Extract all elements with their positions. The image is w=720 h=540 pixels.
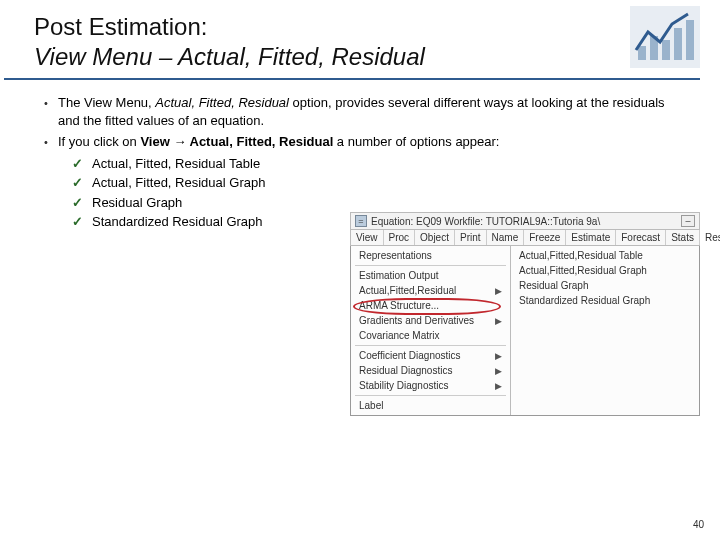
bullet-1-text: The View Menu, Actual, Fitted, Residual …	[58, 94, 680, 129]
view-menu-left: RepresentationsEstimation OutputActual,F…	[351, 246, 511, 415]
toolbar-print[interactable]: Print	[455, 230, 487, 245]
bullet-1-pre: The View Menu,	[58, 95, 155, 110]
checkmark-icon: ✓	[72, 194, 92, 212]
menu-item-label: Covariance Matrix	[359, 330, 440, 341]
check-item: ✓Actual, Fitted, Residual Graph	[72, 174, 680, 192]
menu-item[interactable]: Gradients and Derivatives▶	[351, 313, 510, 328]
menu-item-label: Stability Diagnostics	[359, 380, 448, 391]
menu-separator	[355, 345, 506, 346]
menu-item[interactable]: Covariance Matrix	[351, 328, 510, 343]
title-block: Post Estimation: View Menu – Actual, Fit…	[4, 0, 700, 80]
toolbar-resids[interactable]: Resids	[700, 230, 720, 245]
submenu-arrow-icon: ▶	[495, 351, 502, 361]
submenu-arrow-icon: ▶	[495, 381, 502, 391]
window-title-text: Equation: EQ09 Workfile: TUTORIAL9A::Tut…	[371, 216, 600, 227]
check-label: Standardized Residual Graph	[92, 213, 263, 231]
view-menu-right: Actual,Fitted,Residual TableActual,Fitte…	[511, 246, 699, 415]
check-label: Residual Graph	[92, 194, 182, 212]
svg-rect-1	[638, 46, 646, 60]
check-item: ✓Actual, Fitted, Residual Table	[72, 155, 680, 173]
menu-item-label: ARMA Structure...	[359, 300, 439, 311]
toolbar-freeze[interactable]: Freeze	[524, 230, 566, 245]
menu-item-label: Residual Diagnostics	[359, 365, 452, 376]
menu-item[interactable]: Estimation Output	[351, 268, 510, 283]
menu-item[interactable]: Label	[351, 398, 510, 413]
submenu-arrow-icon: ▶	[495, 316, 502, 326]
menu-item-label: Gradients and Derivatives	[359, 315, 474, 326]
submenu-arrow-icon: ▶	[495, 286, 502, 296]
bullet-2-pre: If you click on	[58, 134, 140, 149]
checkmark-icon: ✓	[72, 213, 92, 231]
menu-item-label: Representations	[359, 250, 432, 261]
bullet-2-text: If you click on View → Actual, Fitted, R…	[58, 133, 499, 151]
menu-item-label: Label	[359, 400, 383, 411]
menu-body: RepresentationsEstimation OutputActual,F…	[350, 246, 700, 416]
page-number: 40	[693, 519, 704, 530]
minimize-icon: –	[681, 215, 695, 227]
menu-separator	[355, 395, 506, 396]
submenu-item[interactable]: Actual,Fitted,Residual Table	[511, 248, 699, 263]
bullet-2-post: a number of options appear:	[333, 134, 499, 149]
window-titlebar: = Equation: EQ09 Workfile: TUTORIAL9A::T…	[350, 212, 700, 230]
chart-logo-icon	[630, 6, 700, 68]
bullet-1-em: Actual, Fitted, Residual	[155, 95, 289, 110]
svg-rect-5	[686, 20, 694, 60]
bullet-dot-icon: •	[44, 133, 58, 151]
menu-separator	[355, 265, 506, 266]
title-line2: View Menu – Actual, Fitted, Residual	[34, 43, 425, 70]
menu-item-label: Actual,Fitted,Residual	[359, 285, 456, 296]
checkmark-icon: ✓	[72, 155, 92, 173]
menu-item-label: Coefficient Diagnostics	[359, 350, 461, 361]
bullet-dot-icon: •	[44, 94, 58, 129]
menu-item[interactable]: ARMA Structure...	[351, 298, 510, 313]
submenu-item[interactable]: Standardized Residual Graph	[511, 293, 699, 308]
submenu-item[interactable]: Actual,Fitted,Residual Graph	[511, 263, 699, 278]
toolbar-view[interactable]: View	[351, 230, 384, 245]
toolbar-forecast[interactable]: Forecast	[616, 230, 666, 245]
toolbar-name[interactable]: Name	[487, 230, 525, 245]
slide-title: Post Estimation: View Menu – Actual, Fit…	[34, 12, 680, 72]
bullet-1: • The View Menu, Actual, Fitted, Residua…	[44, 94, 680, 129]
toolbar-proc[interactable]: Proc	[384, 230, 416, 245]
content-area: • The View Menu, Actual, Fitted, Residua…	[0, 94, 720, 231]
check-label: Actual, Fitted, Residual Graph	[92, 174, 265, 192]
menu-item[interactable]: Residual Diagnostics▶	[351, 363, 510, 378]
check-label: Actual, Fitted, Residual Table	[92, 155, 260, 173]
menu-item[interactable]: Actual,Fitted,Residual▶	[351, 283, 510, 298]
submenu-item[interactable]: Residual Graph	[511, 278, 699, 293]
menu-item[interactable]: Representations	[351, 248, 510, 263]
menu-item[interactable]: Coefficient Diagnostics▶	[351, 348, 510, 363]
toolbar-object[interactable]: Object	[415, 230, 455, 245]
checkmark-icon: ✓	[72, 174, 92, 192]
menu-item-label: Estimation Output	[359, 270, 438, 281]
toolbar: View Proc Object Print Name Freeze Estim…	[350, 230, 700, 246]
menu-item[interactable]: Stability Diagnostics▶	[351, 378, 510, 393]
eviews-screenshot: = Equation: EQ09 Workfile: TUTORIAL9A::T…	[350, 212, 700, 416]
submenu-arrow-icon: ▶	[495, 366, 502, 376]
toolbar-stats[interactable]: Stats	[666, 230, 700, 245]
title-line1: Post Estimation:	[34, 13, 207, 40]
equation-icon: =	[355, 215, 367, 227]
bullet-2: • If you click on View → Actual, Fitted,…	[44, 133, 680, 151]
bullet-2-strong: View → Actual, Fitted, Residual	[140, 134, 333, 149]
toolbar-estimate[interactable]: Estimate	[566, 230, 616, 245]
check-item: ✓Residual Graph	[72, 194, 680, 212]
svg-rect-3	[662, 40, 670, 60]
svg-rect-4	[674, 28, 682, 60]
